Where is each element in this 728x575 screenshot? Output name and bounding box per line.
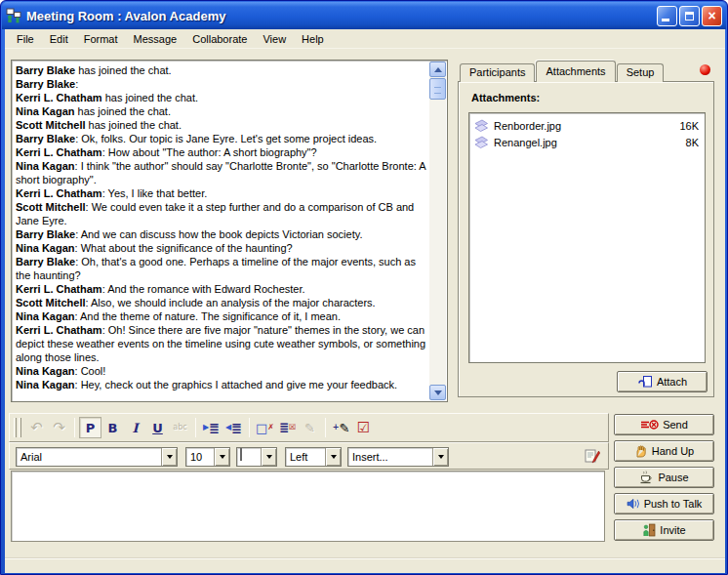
plain-text-button[interactable]: abc <box>169 417 191 438</box>
chevron-down-icon[interactable] <box>161 448 177 466</box>
attach-label: Attach <box>657 376 687 388</box>
tab-attachments[interactable]: Attachments <box>536 61 615 82</box>
chevron-down-icon[interactable] <box>261 448 276 466</box>
menu-bar: FileEditFormatMessageCollaborateViewHelp <box>5 29 725 49</box>
app-icon <box>6 8 21 23</box>
hand-icon <box>634 444 648 458</box>
chat-message: Scott Mitchell: Also, we should include … <box>16 296 427 309</box>
confirm-check-button[interactable]: ☑ <box>352 417 375 438</box>
minimize-icon <box>662 19 669 21</box>
toolbar-separator <box>195 418 196 437</box>
attachment-row[interactable]: Renborder.jpg16K <box>469 117 705 134</box>
chat-message: Nina Kagan: And the theme of nature. The… <box>16 309 427 323</box>
coffee-cup-icon <box>639 471 654 484</box>
tab-strip: ParticipantsAttachmentsSetup <box>460 63 665 82</box>
font-size-select[interactable]: 10 <box>185 447 230 467</box>
indent-button[interactable]: ▶≣ <box>200 417 222 438</box>
close-icon: × <box>708 9 715 22</box>
tab-participants[interactable]: Participants <box>460 63 535 82</box>
insert-value: Insert... <box>348 448 432 466</box>
alignment-value: Left <box>286 448 325 466</box>
italic-button[interactable]: I <box>124 417 146 438</box>
maximize-icon <box>685 12 694 21</box>
font-family-value: Arial <box>17 448 161 466</box>
close-button[interactable]: × <box>702 6 722 26</box>
chat-scrollbar[interactable] <box>429 62 446 400</box>
attachments-list[interactable]: Renborder.jpg16K Renangel.jpg8K <box>468 112 706 363</box>
insert-select[interactable]: Insert... <box>347 447 449 467</box>
speaker-icon <box>627 498 640 510</box>
chevron-down-icon[interactable] <box>214 448 229 466</box>
hand-up-button[interactable]: Hand Up <box>614 440 714 462</box>
attach-icon <box>637 375 653 389</box>
pause-button[interactable]: Pause <box>614 467 714 488</box>
chat-transcript[interactable]: Barry Blake has joined the chat.Barry Bl… <box>11 60 448 402</box>
attachments-heading: Attachments: <box>471 92 540 103</box>
add-annotation-button[interactable]: +✎ <box>330 417 352 438</box>
scroll-down-button[interactable] <box>429 385 446 400</box>
window-title: Meeting Room : Avalon Academy <box>26 9 657 23</box>
chat-message: Nina Kagan: Cool! <box>16 364 427 378</box>
tab-setup[interactable]: Setup <box>617 63 665 82</box>
attachment-row[interactable]: Renangel.jpg8K <box>469 134 705 150</box>
chat-message: Nina Kagan: Hey, check out the graphics … <box>16 378 427 391</box>
invite-icon <box>642 523 656 537</box>
bold-button[interactable]: B <box>101 417 124 438</box>
chat-message: Kerri L. Chatham: How about "The author:… <box>16 145 427 159</box>
attachments-panel: Attachments: Renborder.jpg16K Renangel.j… <box>458 81 714 397</box>
chevron-down-icon[interactable] <box>432 448 448 466</box>
font-family-select[interactable]: Arial <box>16 447 178 467</box>
chat-message: Kerri L. Chatham: Oh! Since there are fi… <box>16 323 427 364</box>
send-button[interactable]: Send <box>614 414 714 435</box>
alignment-select[interactable]: Left <box>285 447 342 467</box>
maximize-button[interactable] <box>679 6 700 26</box>
menu-edit[interactable]: Edit <box>42 30 76 48</box>
invite-button[interactable]: Invite <box>614 519 714 541</box>
send-icon <box>640 419 659 431</box>
chevron-down-icon[interactable] <box>325 448 341 466</box>
scroll-up-button[interactable] <box>429 62 446 77</box>
text-color-select[interactable] <box>236 447 277 467</box>
status-bar <box>5 558 725 573</box>
chat-message: Barry Blake: Oh, that's a good one. Perh… <box>16 255 427 282</box>
toolbar-buttons: ↶↷PBIUabc▶≣◀≣□✗≣☒✎+✎☑ <box>25 417 375 438</box>
menu-message[interactable]: Message <box>126 30 185 48</box>
title-bar[interactable]: Meeting Room : Avalon Academy × <box>2 2 726 29</box>
font-toolbar: Arial 10 Left Insert... <box>9 442 609 470</box>
toolbar-separator <box>74 418 75 437</box>
scrollbar-thumb[interactable] <box>429 78 446 100</box>
toolbar-grip[interactable] <box>14 418 17 437</box>
chat-message: Barry Blake: And we can discuss how the … <box>16 227 427 241</box>
pause-label: Pause <box>658 472 688 483</box>
clear-check-button[interactable]: ✎ <box>299 417 321 438</box>
chat-message: Nina Kagan: I think "the author" should … <box>16 159 427 186</box>
minimize-button[interactable] <box>657 6 677 26</box>
redo-button[interactable]: ↷ <box>48 417 70 438</box>
menu-collaborate[interactable]: Collaborate <box>184 30 255 48</box>
client-area: FileEditFormatMessageCollaborateViewHelp… <box>5 29 725 573</box>
notes-pen-icon[interactable] <box>585 448 600 464</box>
hand-up-label: Hand Up <box>652 445 694 457</box>
menu-format[interactable]: Format <box>76 30 126 48</box>
scroll-down-icon <box>434 390 442 395</box>
menu-view[interactable]: View <box>255 30 294 48</box>
note-icon <box>474 119 489 133</box>
chat-lines: Barry Blake has joined the chat.Barry Bl… <box>16 63 427 399</box>
font-size-value: 10 <box>186 448 214 466</box>
menu-help[interactable]: Help <box>294 30 332 48</box>
check-list-button[interactable]: ≣☒ <box>276 417 299 438</box>
chat-message: Kerri L. Chatham: Yes, I like that bette… <box>16 186 427 200</box>
push-to-talk-button[interactable]: Push to Talk <box>614 493 714 514</box>
underline-button[interactable]: U <box>146 417 169 438</box>
push-to-talk-label: Push to Talk <box>644 498 703 510</box>
attach-button[interactable]: Attach <box>617 371 708 392</box>
menu-file[interactable]: File <box>9 30 42 48</box>
select-items-button[interactable]: □✗ <box>254 417 276 438</box>
paragraph-button[interactable]: P <box>79 417 101 438</box>
undo-button[interactable]: ↶ <box>25 417 48 438</box>
invite-label: Invite <box>660 524 685 536</box>
chat-message: Nina Kagan has joined the chat. <box>16 104 427 118</box>
toolbar-grip[interactable] <box>19 418 21 437</box>
outdent-button[interactable]: ◀≣ <box>222 417 245 438</box>
message-input[interactable] <box>11 471 605 542</box>
